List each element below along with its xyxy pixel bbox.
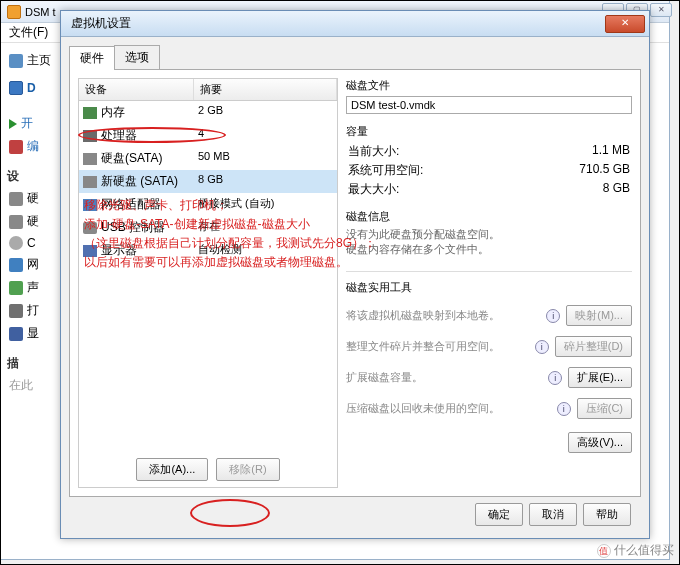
sidebar-sec-desc: 描 <box>7 355 57 372</box>
disk-info-txt1: 没有为此硬盘预分配磁盘空间。 <box>346 227 632 242</box>
info-icon[interactable]: i <box>548 371 562 385</box>
current-size-val: 1.1 MB <box>592 143 630 160</box>
bg-title: DSM t <box>25 6 56 18</box>
device-name: 显示器 <box>101 242 137 259</box>
bg-sidebar: 主页 D 开 编 设 硬 硬 C 网 声 打 显 描 在此 <box>5 49 57 529</box>
max-size-val: 8 GB <box>603 181 630 198</box>
device-icon <box>83 199 97 211</box>
device-icon <box>83 107 97 119</box>
sidebar-hdd[interactable]: 硬 <box>5 187 57 210</box>
net-icon <box>9 258 23 272</box>
sidebar-display[interactable]: 显 <box>5 322 57 345</box>
home-icon <box>9 54 23 68</box>
printer-icon <box>9 304 23 318</box>
menu-file[interactable]: 文件(F) <box>9 24 48 41</box>
sidebar-edit[interactable]: 编 <box>5 135 57 158</box>
watermark: 值 什么值得买 <box>597 542 674 559</box>
sidebar-sound[interactable]: 声 <box>5 276 57 299</box>
dialog-close-button[interactable]: ✕ <box>605 15 645 33</box>
disk-file-label: 磁盘文件 <box>346 78 632 93</box>
dialog-title: 虚拟机设置 <box>71 15 131 32</box>
watermark-badge-icon: 值 <box>597 544 611 558</box>
free-space-val: 710.5 GB <box>579 162 630 179</box>
device-table: 设备 摘要 内存2 GB处理器4硬盘(SATA)50 MB新硬盘 (SATA)8… <box>79 79 337 451</box>
table-row[interactable]: 网络适配器桥接模式 (自动) <box>79 193 337 216</box>
close-icon[interactable]: ✕ <box>650 3 672 17</box>
device-summary: 4 <box>194 126 337 145</box>
defrag-text: 整理文件碎片并整合可用空间。 <box>346 339 529 354</box>
device-summary: 存在 <box>194 218 337 237</box>
info-icon[interactable]: i <box>546 309 560 323</box>
device-icon <box>83 153 97 165</box>
vm-settings-dialog: 虚拟机设置 ✕ 硬件 选项 设备 摘要 内存2 GB处理器4硬盘(SATA)50… <box>60 10 650 539</box>
defrag-button[interactable]: 碎片整理(D) <box>555 336 632 357</box>
hdd-icon <box>9 215 23 229</box>
device-summary: 桥接模式 (自动) <box>194 195 337 214</box>
sidebar-cd[interactable]: C <box>5 233 57 253</box>
sidebar-net[interactable]: 网 <box>5 253 57 276</box>
device-summary: 自动检测 <box>194 241 337 260</box>
tab-hardware[interactable]: 硬件 <box>69 46 115 70</box>
table-row[interactable]: 显示器自动检测 <box>79 239 337 262</box>
col-device[interactable]: 设备 <box>79 79 194 100</box>
device-summary: 50 MB <box>194 149 337 168</box>
edit-icon <box>9 140 23 154</box>
hardware-list-panel: 设备 摘要 内存2 GB处理器4硬盘(SATA)50 MB新硬盘 (SATA)8… <box>78 78 338 488</box>
sidebar-printer[interactable]: 打 <box>5 299 57 322</box>
info-icon[interactable]: i <box>535 340 549 354</box>
col-summary[interactable]: 摘要 <box>194 79 337 100</box>
play-icon <box>9 119 17 129</box>
table-row[interactable]: 内存2 GB <box>79 101 337 124</box>
table-row[interactable]: 硬盘(SATA)50 MB <box>79 147 337 170</box>
tab-options[interactable]: 选项 <box>114 45 160 69</box>
device-summary: 2 GB <box>194 103 337 122</box>
capacity-label: 容量 <box>346 124 632 139</box>
compact-text: 压缩磁盘以回收未使用的空间。 <box>346 401 551 416</box>
ok-button[interactable]: 确定 <box>475 503 523 526</box>
display-icon <box>9 327 23 341</box>
sidebar-sec-devices: 设 <box>7 168 57 185</box>
sidebar-home[interactable]: 主页 <box>5 49 57 72</box>
device-name: 新硬盘 (SATA) <box>101 173 178 190</box>
advanced-button[interactable]: 高级(V)... <box>568 432 632 453</box>
device-name: 处理器 <box>101 127 137 144</box>
sidebar-desc-text: 在此 <box>5 374 57 397</box>
compact-button[interactable]: 压缩(C) <box>577 398 632 419</box>
device-name: 内存 <box>101 104 125 121</box>
remove-button[interactable]: 移除(R) <box>216 458 279 481</box>
disk-info-label: 磁盘信息 <box>346 209 632 224</box>
vm-tab-icon <box>9 81 23 95</box>
table-row[interactable]: 新硬盘 (SATA)8 GB <box>79 170 337 193</box>
sound-icon <box>9 281 23 295</box>
map-button[interactable]: 映射(M)... <box>566 305 632 326</box>
disk-info-txt2: 硬盘内容存储在多个文件中。 <box>346 242 632 257</box>
device-name: USB 控制器 <box>101 219 165 236</box>
cancel-button[interactable]: 取消 <box>529 503 577 526</box>
device-name: 网络适配器 <box>101 196 161 213</box>
device-name: 硬盘(SATA) <box>101 150 163 167</box>
device-detail-panel: 磁盘文件 容量 当前大小:1.1 MB 系统可用空间:710.5 GB 最大大小… <box>346 78 632 488</box>
device-icon <box>83 130 97 142</box>
device-icon <box>83 176 97 188</box>
expand-button[interactable]: 扩展(E)... <box>568 367 632 388</box>
table-row[interactable]: 处理器4 <box>79 124 337 147</box>
current-size-key: 当前大小: <box>348 143 399 160</box>
expand-text: 扩展磁盘容量。 <box>346 370 542 385</box>
sidebar-hdd2[interactable]: 硬 <box>5 210 57 233</box>
info-icon[interactable]: i <box>557 402 571 416</box>
tools-label: 磁盘实用工具 <box>346 280 632 295</box>
device-icon <box>83 245 97 257</box>
help-button[interactable]: 帮助 <box>583 503 631 526</box>
app-icon <box>7 5 21 19</box>
disk-file-input[interactable] <box>346 96 632 114</box>
max-size-key: 最大大小: <box>348 181 399 198</box>
sidebar-vm-tab[interactable]: D <box>5 78 57 98</box>
tabs: 硬件 选项 <box>69 45 641 70</box>
add-button[interactable]: 添加(A)... <box>136 458 208 481</box>
table-row[interactable]: USB 控制器存在 <box>79 216 337 239</box>
hdd-icon <box>9 192 23 206</box>
dialog-titlebar[interactable]: 虚拟机设置 ✕ <box>61 11 649 37</box>
sidebar-poweron[interactable]: 开 <box>5 112 57 135</box>
device-summary: 8 GB <box>194 172 337 191</box>
cd-icon <box>9 236 23 250</box>
